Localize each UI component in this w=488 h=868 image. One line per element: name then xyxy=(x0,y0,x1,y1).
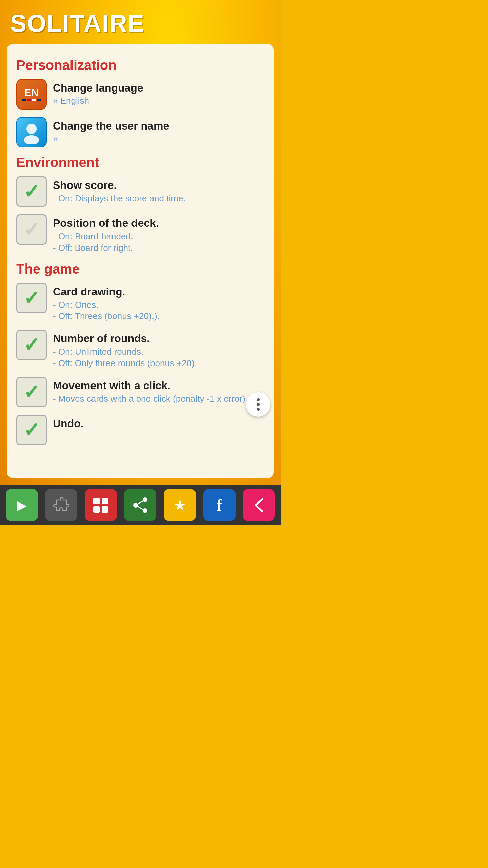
card-drawing-row[interactable]: Card drawing. - On: Ones. - Off: Threes … xyxy=(16,283,264,322)
more-options-fab[interactable] xyxy=(246,392,270,417)
back-icon xyxy=(250,496,268,514)
svg-rect-4 xyxy=(93,506,100,513)
card-drawing-hint-0: - On: Ones. xyxy=(53,299,264,311)
undo-text: Undo. xyxy=(53,415,264,431)
facebook-icon: f xyxy=(217,496,222,514)
card-drawing-label: Card drawing. xyxy=(53,285,264,298)
deck-position-label: Position of the deck. xyxy=(53,217,264,230)
play-icon: ▶ xyxy=(17,498,27,513)
app-title: SOLITAIRE xyxy=(0,0,281,44)
back-button[interactable] xyxy=(243,489,275,521)
svg-rect-3 xyxy=(102,498,108,504)
show-score-text: Show score. - On: Displays the score and… xyxy=(53,176,264,204)
change-language-label: Change language xyxy=(53,82,264,94)
language-icon: EN xyxy=(16,79,47,110)
undo-label: Undo. xyxy=(53,417,264,430)
undo-checkbox[interactable] xyxy=(16,415,47,445)
movement-click-label: Movement with a click. xyxy=(53,379,264,392)
section-the-game: The game xyxy=(16,261,264,277)
star-button[interactable]: ★ xyxy=(164,489,196,521)
puzzle-icon xyxy=(53,497,70,514)
number-of-rounds-row[interactable]: Number of rounds. - On: Unlimited rounds… xyxy=(16,330,264,369)
movement-click-hint-0: - Moves cards with a one click (penalty … xyxy=(53,393,264,405)
card-drawing-hint-1: - Off: Threes (bonus +20).). xyxy=(53,311,264,322)
change-language-row[interactable]: EN Change language » English xyxy=(16,79,264,110)
change-username-value: » xyxy=(53,134,264,144)
share-button[interactable] xyxy=(124,489,156,521)
change-username-row[interactable]: Change the user name » xyxy=(16,117,264,147)
number-of-rounds-checkbox[interactable] xyxy=(16,330,47,360)
svg-line-9 xyxy=(136,500,145,505)
user-icon xyxy=(16,117,47,147)
settings-card: Personalization EN Change language » Eng… xyxy=(7,44,274,478)
deck-position-hint-1: - Off: Board for right. xyxy=(53,242,264,254)
change-language-value: » English xyxy=(53,96,264,106)
number-of-rounds-text: Number of rounds. - On: Unlimited rounds… xyxy=(53,330,264,369)
grid-icon xyxy=(92,496,109,514)
change-username-text: Change the user name » xyxy=(53,117,264,145)
card-drawing-checkbox[interactable] xyxy=(16,283,47,313)
grid-button[interactable] xyxy=(85,489,117,521)
facebook-button[interactable]: f xyxy=(203,489,236,521)
movement-click-row[interactable]: Movement with a click. - Moves cards wit… xyxy=(16,377,264,407)
deck-position-text: Position of the deck. - On: Board-handed… xyxy=(53,214,264,254)
number-of-rounds-label: Number of rounds. xyxy=(53,332,264,345)
bottom-nav: ▶ ★ f xyxy=(0,485,281,525)
show-score-hint: - On: Displays the score and time. xyxy=(53,193,264,204)
number-of-rounds-hint-1: - Off: Only three rounds (bonus +20). xyxy=(53,358,264,369)
deck-position-row[interactable]: Position of the deck. - On: Board-handed… xyxy=(16,214,264,254)
user-avatar-svg xyxy=(20,120,43,144)
svg-line-10 xyxy=(136,505,145,511)
section-environment: Environment xyxy=(16,155,264,170)
svg-rect-5 xyxy=(102,506,108,513)
deck-position-hint-0: - On: Board-handed. xyxy=(53,231,264,242)
show-score-row[interactable]: Show score. - On: Displays the score and… xyxy=(16,176,264,207)
undo-row[interactable]: Undo. xyxy=(16,415,264,445)
change-language-text: Change language » English xyxy=(53,79,264,107)
share-icon xyxy=(131,496,149,514)
section-personalization: Personalization xyxy=(16,58,264,73)
card-drawing-text: Card drawing. - On: Ones. - Off: Threes … xyxy=(53,283,264,322)
svg-point-1 xyxy=(24,135,39,144)
svg-point-0 xyxy=(26,124,37,134)
change-username-label: Change the user name xyxy=(53,120,264,132)
movement-click-checkbox[interactable] xyxy=(16,377,47,407)
star-icon: ★ xyxy=(173,498,186,513)
show-score-label: Show score. xyxy=(53,179,264,192)
show-score-checkbox[interactable] xyxy=(16,176,47,207)
movement-click-text: Movement with a click. - Moves cards wit… xyxy=(53,377,264,405)
svg-rect-2 xyxy=(93,498,100,504)
number-of-rounds-hint-0: - On: Unlimited rounds. xyxy=(53,346,264,358)
puzzle-button[interactable] xyxy=(45,489,77,521)
more-dots-icon xyxy=(257,398,260,411)
deck-position-checkbox[interactable] xyxy=(16,214,47,245)
play-button[interactable]: ▶ xyxy=(6,489,38,521)
